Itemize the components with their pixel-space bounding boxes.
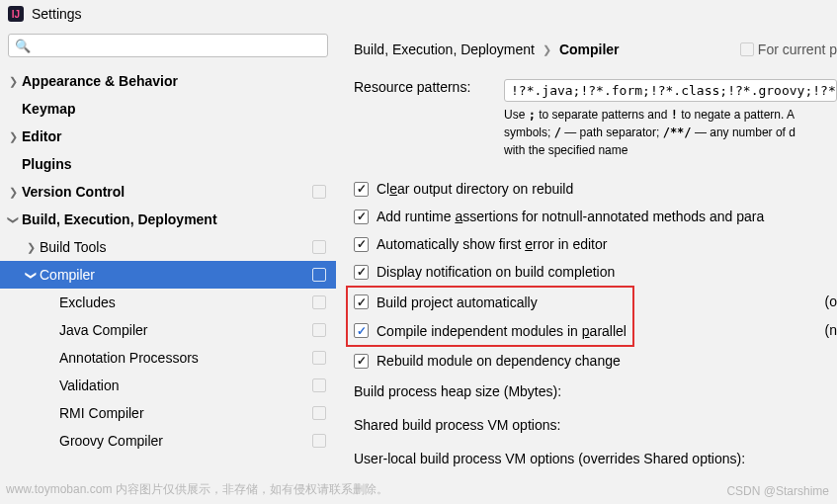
project-badge-icon xyxy=(312,434,326,448)
tree-groovy-compiler[interactable]: Groovy Compiler xyxy=(0,427,336,455)
checkbox-checked-icon[interactable] xyxy=(354,354,369,369)
chevron-right-icon: ❯ xyxy=(4,75,22,88)
checkbox-checked-icon[interactable] xyxy=(354,265,369,280)
tree-annotation-processors[interactable]: Annotation Processors xyxy=(0,344,336,372)
breadcrumb: Build, Execution, Deployment ❯ Compiler … xyxy=(354,42,837,57)
title-bar: IJ Settings xyxy=(0,0,837,28)
side-note-o: (o xyxy=(825,288,837,316)
project-badge-icon xyxy=(312,240,326,254)
chevron-down-icon: ❯ xyxy=(25,266,38,284)
left-panel: 🔍 ❯ Appearance & Behavior Keymap ❯ Edito… xyxy=(0,28,336,502)
display-notif-label: Display notification on build completion xyxy=(377,264,615,280)
search-input[interactable] xyxy=(35,39,321,53)
tree-rmi-compiler[interactable]: RMI Compiler xyxy=(0,399,336,427)
user-vm-label: User-local build process VM options (ove… xyxy=(354,451,745,466)
tree-vcs[interactable]: ❯ Version Control xyxy=(0,178,336,206)
chevron-right-icon: ❯ xyxy=(4,130,22,143)
project-badge-icon xyxy=(312,323,326,337)
tree-bed[interactable]: ❯ Build, Execution, Deployment xyxy=(0,206,336,233)
checkbox-checked-icon[interactable] xyxy=(354,182,369,197)
project-badge-icon xyxy=(312,406,326,420)
project-badge-icon xyxy=(312,295,326,309)
chevron-right-icon: ❯ xyxy=(543,43,551,56)
chevron-right-icon: ❯ xyxy=(22,241,40,254)
project-badge-icon xyxy=(312,185,326,199)
right-panel: Build, Execution, Deployment ❯ Compiler … xyxy=(336,28,837,502)
checkbox-checked-icon[interactable] xyxy=(354,323,369,338)
project-badge-icon xyxy=(740,42,754,56)
build-auto-row[interactable]: Build project automatically xyxy=(354,288,627,316)
tree-keymap[interactable]: Keymap xyxy=(0,95,336,123)
breadcrumb-b: Compiler xyxy=(559,42,620,57)
add-runtime-row[interactable]: Add runtime assertions for notnull-annot… xyxy=(354,203,837,230)
tree-validation[interactable]: Validation xyxy=(0,372,336,399)
project-badge-icon xyxy=(312,351,326,365)
breadcrumb-a: Build, Execution, Deployment xyxy=(354,42,535,57)
chevron-right-icon: ❯ xyxy=(4,186,22,199)
user-vm-row: User-local build process VM options (ove… xyxy=(354,442,837,475)
checkbox-checked-icon[interactable] xyxy=(354,237,369,252)
watermark-right: CSDN @Starshime xyxy=(726,484,829,498)
resource-patterns-input[interactable]: !?*.java;!?*.form;!?*.class;!?*.groovy;!… xyxy=(504,79,837,102)
project-badge-icon xyxy=(312,378,326,392)
tree-excludes[interactable]: Excludes xyxy=(0,289,336,316)
auto-error-row[interactable]: Automatically show first error in editor xyxy=(354,230,837,258)
side-note-n: (n xyxy=(825,316,837,345)
compile-parallel-row[interactable]: Compile independent modules in parallel xyxy=(354,316,627,345)
app-icon: IJ xyxy=(8,6,24,22)
tree-plugins[interactable]: Plugins xyxy=(0,150,336,178)
shared-vm-row: Shared build process VM options: xyxy=(354,408,837,442)
clear-output-label: Clear output directory on rebuild xyxy=(377,181,573,197)
rebuild-dep-row[interactable]: Rebuild module on dependency change xyxy=(354,347,837,375)
compile-parallel-label: Compile independent modules in parallel xyxy=(377,323,627,339)
tree-compiler[interactable]: ❯ Compiler xyxy=(0,261,336,289)
auto-error-label: Automatically show first error in editor xyxy=(377,236,607,252)
resource-patterns-label: Resource patterns: xyxy=(354,79,504,95)
tree-java-compiler[interactable]: Java Compiler xyxy=(0,316,336,344)
shared-vm-label: Shared build process VM options: xyxy=(354,417,560,433)
search-box[interactable]: 🔍 xyxy=(8,34,328,57)
for-current-project: For current p xyxy=(740,42,837,57)
tree-editor[interactable]: ❯ Editor xyxy=(0,123,336,150)
project-badge-icon xyxy=(312,268,326,282)
rebuild-dep-label: Rebuild module on dependency change xyxy=(377,353,621,369)
tree-appearance[interactable]: ❯ Appearance & Behavior xyxy=(0,67,336,95)
checkbox-checked-icon[interactable] xyxy=(354,210,369,224)
clear-output-row[interactable]: Clear output directory on rebuild xyxy=(354,175,837,203)
resource-patterns-help: Use ; to separate patterns and ! to nega… xyxy=(504,106,837,159)
search-icon: 🔍 xyxy=(15,39,31,53)
highlight-box: Build project automatically Compile inde… xyxy=(346,286,634,347)
window-title: Settings xyxy=(32,6,82,22)
heap-size-row: Build process heap size (Mbytes): xyxy=(354,375,837,408)
watermark-left: www.toymoban.com 内容图片仅供展示，非存储，如有侵权请联系删除。 xyxy=(6,481,388,498)
heap-size-label: Build process heap size (Mbytes): xyxy=(354,383,561,399)
checkbox-checked-icon[interactable] xyxy=(354,294,369,309)
display-notif-row[interactable]: Display notification on build completion xyxy=(354,258,837,286)
build-auto-label: Build project automatically xyxy=(377,294,538,310)
chevron-down-icon: ❯ xyxy=(7,210,20,228)
settings-tree: ❯ Appearance & Behavior Keymap ❯ Editor … xyxy=(0,67,336,502)
tree-build-tools[interactable]: ❯ Build Tools xyxy=(0,233,336,261)
add-runtime-label: Add runtime assertions for notnull-annot… xyxy=(377,209,764,224)
